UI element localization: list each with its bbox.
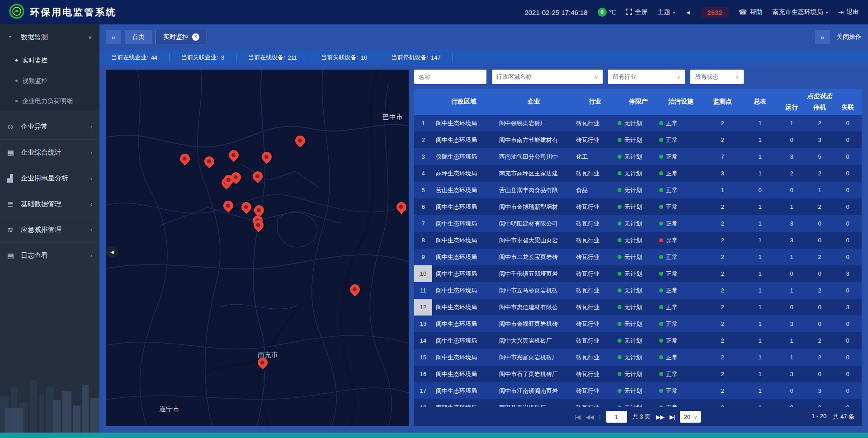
chevron-down-icon: ∨ <box>673 74 680 80</box>
cell-company: 阆中市五马桥页岩机砖 <box>495 282 572 299</box>
cell-company: 南部县页岩机砖厂 <box>495 399 572 407</box>
status-select[interactable]: 所有状态 ∨ <box>690 70 744 84</box>
table-row-18[interactable]: 18南部生态环境局南部县页岩机砖厂砖瓦行业无计划正常21030 <box>414 399 862 407</box>
table-row-3[interactable]: 3仪陇生态环境局西南油气田分公司川中化工无计划正常71350 <box>414 148 862 165</box>
table-row-7[interactable]: 7阆中生态环境局阆中明阳建材有限公司砖瓦行业无计划正常21300 <box>414 215 862 232</box>
status-dot <box>618 272 622 276</box>
prev-page-button[interactable]: ◀◀ <box>585 414 594 420</box>
table-row-17[interactable]: 17阆中生态环境局阆中市江南镇阆南页岩砖瓦行业无计划正常21030 <box>414 382 862 399</box>
sidebar-item-6[interactable]: ▤日志查看‹ <box>0 243 99 268</box>
cell-points: 2 <box>703 382 742 399</box>
column-region: 行政区域 <box>432 89 495 115</box>
org-dropdown[interactable]: 南充市生态环境局 ▾ <box>772 8 828 16</box>
cell-points: 1 <box>703 182 742 198</box>
table-body: 1阆中生态环境局阆中强锐页岩砖厂砖瓦行业无计划正常211202阆中生态环境局阆中… <box>414 115 862 407</box>
sidebar-item-3[interactable]: ▟企业用电量分析‹ <box>0 165 99 191</box>
last-page-button[interactable]: ▶| <box>670 414 675 420</box>
table-row-15[interactable]: 15阆中生态环境局阆中市光富页岩机砖厂砖瓦行业无计划正常21120 <box>414 349 862 366</box>
map-city-label: 巴中市 <box>382 113 403 122</box>
sidebar-item-1[interactable]: ⊙企业异常‹ <box>0 114 99 140</box>
cell-facility: 正常 <box>659 332 703 349</box>
close-icon[interactable]: × <box>192 33 199 41</box>
table-row-10[interactable]: 10阆中生态环境局阆中千佛镇五郎垭页岩砖瓦行业无计划正常21003 <box>414 265 862 282</box>
stat-value: 44 <box>151 54 157 61</box>
status-dot <box>659 188 663 192</box>
tab-home[interactable]: 首页 <box>125 30 152 44</box>
status-dot <box>659 121 663 125</box>
table-row-9[interactable]: 9阆中生态环境局阆中市二龙长宝页岩砖砖瓦行业无计划正常21120 <box>414 249 862 265</box>
sidebar-item-label: 企业异常 <box>21 122 90 131</box>
cell-region: 阆中生态环境局 <box>432 132 495 148</box>
cell-offline: 0 <box>834 316 862 332</box>
page-size-select[interactable]: 20 ∨ <box>680 411 701 423</box>
table-row-1[interactable]: 1阆中生态环境局阆中强锐页岩砖厂砖瓦行业无计划正常21120 <box>414 115 862 132</box>
region-select[interactable]: 行政区域名称 ∨ <box>492 70 603 84</box>
status-dot <box>659 305 663 309</box>
cell-limit: 无计划 <box>618 366 659 382</box>
help-button[interactable]: ☎ 帮助 <box>739 8 763 16</box>
table-row-4[interactable]: 4高坪生态环境局南充市高坪区王家店建砖瓦行业无计划正常31220 <box>414 165 862 182</box>
name-search-input[interactable] <box>414 70 486 84</box>
stat-value: 147 <box>431 54 441 61</box>
theme-dropdown[interactable]: 主题 ▾ <box>657 8 675 16</box>
status-dot <box>618 255 622 259</box>
table-row-13[interactable]: 13阆中生态环境局阆中市金福旺页岩机砖砖瓦行业无计划正常21300 <box>414 316 862 332</box>
page-title: 环保用电监管系统 <box>30 6 117 19</box>
status-dot <box>618 305 622 309</box>
report-icon: ▦ <box>7 148 19 157</box>
cell-facility: 正常 <box>659 182 703 198</box>
alert-count-badge[interactable]: 2632 <box>701 7 728 18</box>
chevron-left-icon: ‹ <box>90 175 92 182</box>
cell-row-number: 3 <box>414 148 432 165</box>
table-row-6[interactable]: 6阆中生态环境局阆中市金博瑞新型墙材砖瓦行业无计划正常21120 <box>414 198 862 215</box>
sidebar-subitem-0-0[interactable]: 实时监控 <box>0 50 99 71</box>
cell-points: 2 <box>703 299 742 316</box>
table-row-5[interactable]: 5营山生态环境局营山县润丰肉食品有限食品无计划正常10010 <box>414 182 862 198</box>
first-page-button[interactable]: |◀ <box>575 414 580 420</box>
sidebar-subitem-0-1[interactable]: 视频监控 <box>0 71 99 91</box>
logout-button[interactable]: ⇥ 退出 <box>838 8 859 16</box>
fullscreen-button[interactable]: 全屏 <box>626 8 647 16</box>
cell-row-number: 10 <box>414 265 432 282</box>
table-row-2[interactable]: 2阆中生态环境局阆中市南方节能建材有砖瓦行业无计划正常21030 <box>414 132 862 148</box>
content-area: 巴中市南充市遂宁市 ◀ 行政区域名称 ∨ 所有行业 ∨ <box>99 65 868 433</box>
logout-icon: ⇥ <box>838 8 844 16</box>
tab-realtime-monitoring[interactable]: 实时监控 × <box>156 30 207 44</box>
stat-value: 211 <box>288 54 297 61</box>
status-dot <box>618 221 622 226</box>
speaker-icon[interactable]: ◄ <box>685 9 691 16</box>
status-dot <box>618 155 622 159</box>
cell-offline: 0 <box>834 182 862 198</box>
chevron-down-icon: ▾ <box>826 10 828 15</box>
map[interactable]: 巴中市南充市遂宁市 ◀ <box>106 70 409 426</box>
sidebar-subitem-0-2[interactable]: 企业电力负荷明细 <box>0 91 99 111</box>
sidebar-item-5[interactable]: ≋应急减排管理‹ <box>0 217 99 243</box>
table-row-14[interactable]: 14阆中生态环境局阆中大兴页岩机砖厂砖瓦行业无计划正常21120 <box>414 332 862 349</box>
table-row-8[interactable]: 8阆中生态环境局阆中市枣碧大梁山页岩砖瓦行业无计划异常21300 <box>414 232 862 249</box>
cell-stop: 0 <box>806 232 834 249</box>
industry-select[interactable]: 所有行业 ∨ <box>608 70 685 84</box>
cell-meters: 1 <box>742 232 778 249</box>
cell-offline: 0 <box>834 148 862 165</box>
page-number-input[interactable] <box>606 411 627 423</box>
cell-region: 阆中生态环境局 <box>432 332 495 349</box>
sidebar-item-4[interactable]: ≣基础数据管理‹ <box>0 191 99 217</box>
tabs-scroll-left-button[interactable]: « <box>106 30 121 44</box>
cell-facility: 正常 <box>659 165 703 182</box>
cell-points: 2 <box>703 115 742 132</box>
sidebar-item-2[interactable]: ▦企业综合统计‹ <box>0 140 99 165</box>
cell-limit: 无计划 <box>618 215 659 232</box>
map-collapse-button[interactable]: ◀ <box>106 246 118 258</box>
table-row-16[interactable]: 16阆中生态环境局阆中市石子页岩机砖厂砖瓦行业无计划正常21300 <box>414 366 862 382</box>
cell-run: 0 <box>778 299 806 316</box>
sidebar: ◔数据监测∨实时监控视频监控企业电力负荷明细⊙企业异常‹▦企业综合统计‹▟企业用… <box>0 24 99 433</box>
sidebar-item-0[interactable]: ◔数据监测∨ <box>0 24 99 50</box>
bullet-icon <box>15 100 18 102</box>
table-row-12[interactable]: 12阆中生态环境局阆中市忠信建材有限公砖瓦行业无计划正常21003 <box>414 299 862 316</box>
table-row-11[interactable]: 11阆中生态环境局阆中市五马桥页岩机砖砖瓦行业无计划正常21120 <box>414 282 862 299</box>
close-operations-button[interactable]: 关闭操作 <box>836 33 862 41</box>
cell-industry: 砖瓦行业 <box>572 249 618 265</box>
next-page-button[interactable]: ▶▶ <box>656 414 664 420</box>
tabs-scroll-right-button[interactable]: » <box>815 30 830 44</box>
cell-region: 营山生态环境局 <box>432 182 495 198</box>
